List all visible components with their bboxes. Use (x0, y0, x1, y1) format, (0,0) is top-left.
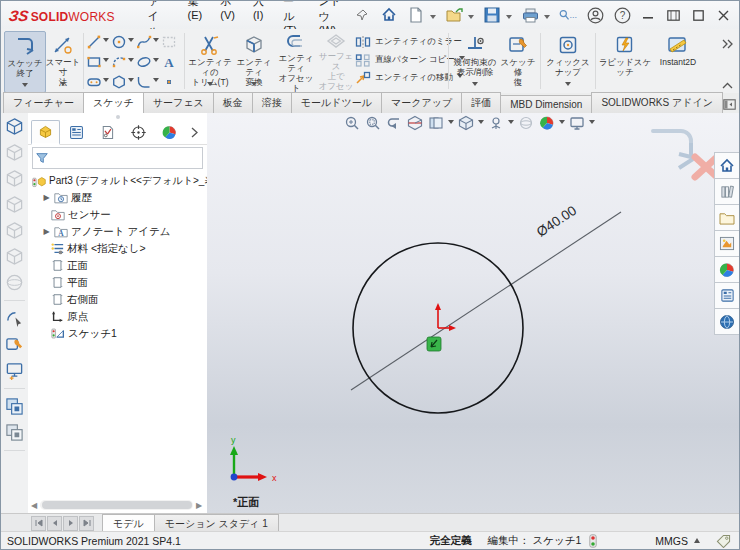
fillet-tool[interactable] (134, 72, 159, 91)
tree-item-history[interactable]: ▶ 履歴 (28, 189, 207, 206)
maximize-button[interactable] (690, 8, 706, 22)
sketch-text-tool[interactable]: A (159, 52, 184, 71)
file-explorer-tab[interactable] (714, 204, 739, 231)
sketch-scene[interactable]: Ø40.00 y x (207, 113, 739, 513)
solidworks-resources-tab[interactable] (714, 152, 739, 179)
view-cube-icon[interactable] (5, 221, 24, 240)
design-library-tab[interactable] (714, 178, 739, 205)
solidworks-forum-tab[interactable] (714, 308, 739, 335)
motion-study-tab[interactable]: モーション スタディ 1 (154, 514, 279, 533)
tab-evaluate[interactable]: 評価 (461, 92, 501, 113)
sketch-repair-tool-icon[interactable] (5, 335, 24, 354)
tree-horizontal-scrollbar[interactable]: ◀ ▶ (30, 499, 203, 511)
prev-tab-icon[interactable] (47, 516, 62, 531)
diameter-dimension-text[interactable]: Ø40.00 (534, 203, 579, 240)
tab-sheet-metal[interactable]: 板金 (213, 92, 253, 113)
sketch-settings-icon[interactable] (5, 309, 24, 328)
tab-solidworks-addins[interactable]: SOLIDWORKS アドイン (591, 92, 723, 113)
view-palette-tab[interactable] (714, 230, 739, 257)
exit-sketch-button[interactable]: スケッチ 終了 (4, 31, 46, 93)
trim-entities-button[interactable]: エンティティの トリム(T) (187, 31, 233, 91)
exit-sketch-caret[interactable] (22, 83, 28, 90)
layers-icon[interactable] (5, 397, 24, 416)
view-cube-active-icon[interactable] (5, 117, 24, 136)
custom-properties-tag-icon[interactable] (716, 534, 731, 548)
constraint-badge[interactable] (427, 337, 441, 351)
print-dropdown[interactable] (544, 15, 550, 22)
ribbon-overflow-chevron[interactable] (721, 39, 733, 49)
tab-features[interactable]: フィーチャー (3, 92, 84, 113)
monitor-settings-icon[interactable] (5, 361, 24, 380)
sketch-origin[interactable] (435, 303, 456, 331)
next-tab-icon[interactable] (63, 516, 78, 531)
first-tab-icon[interactable] (31, 516, 46, 531)
tab-mold-tools[interactable]: モールドツール (291, 92, 382, 113)
open-dropdown[interactable] (468, 15, 474, 22)
tree-root-part[interactable]: Part3 (デフォルト<<デフォルト>_表示状態 1> (28, 172, 207, 189)
view-cube-icon[interactable] (5, 195, 24, 214)
dock-pane-left-icon[interactable] (723, 99, 736, 110)
save-icon[interactable] (483, 6, 501, 24)
restore-window-button[interactable] (665, 8, 681, 22)
model-tab[interactable]: モデル (102, 514, 155, 533)
minimize-button[interactable] (640, 8, 656, 22)
scroll-right-icon[interactable]: ▶ (195, 501, 203, 510)
offset-entities-button[interactable]: エンティティ オフセット (275, 31, 317, 91)
convert-caret[interactable] (251, 82, 257, 89)
displaymanager-tab[interactable] (155, 120, 184, 144)
expander-icon[interactable]: ▶ (42, 193, 51, 202)
spline-tool[interactable] (134, 32, 159, 51)
close-button[interactable] (715, 8, 731, 22)
tree-item-material[interactable]: 材料 <指定なし> (28, 240, 207, 257)
tree-item-right-plane[interactable]: 右側面 (28, 291, 207, 308)
print-icon[interactable] (521, 6, 539, 24)
search-collapsed-icon[interactable]: ... (559, 6, 577, 24)
ribbon-collapse-chevron[interactable] (722, 82, 733, 89)
point-tool[interactable] (159, 72, 184, 91)
layers-alt-icon[interactable] (5, 423, 24, 442)
tab-surfaces[interactable]: サーフェス (143, 92, 214, 113)
circle-tool[interactable] (109, 32, 134, 51)
pin-menu-icon[interactable] (353, 6, 371, 24)
view-cube-icon[interactable] (5, 169, 24, 188)
view-sphere-icon[interactable] (5, 273, 24, 292)
tree-filter-input[interactable] (32, 147, 203, 169)
graphics-viewport[interactable]: Ø40.00 y x (207, 113, 739, 513)
trim-caret[interactable] (207, 82, 213, 89)
tab-sketch[interactable]: スケッチ (83, 92, 144, 114)
propertymanager-tab[interactable] (62, 120, 91, 144)
line-tool[interactable] (84, 32, 109, 51)
help-icon[interactable]: ? (613, 6, 631, 24)
last-tab-icon[interactable] (79, 516, 94, 531)
instant2d-button[interactable]: Instant2D (652, 31, 704, 91)
home-icon[interactable] (380, 6, 398, 24)
scroll-left-icon[interactable]: ◀ (30, 501, 38, 510)
appearances-scenes-tab[interactable] (714, 256, 739, 283)
tree-item-front-plane[interactable]: 正面 (28, 257, 207, 274)
display-delete-relations-button[interactable]: 幾何拘束の 表示/削除 (452, 31, 498, 91)
panel-grip[interactable] (28, 113, 207, 120)
units-text[interactable]: MMGS (655, 535, 688, 547)
convert-entities-button[interactable]: エンティティ 変換 (233, 31, 275, 91)
view-cube-icon[interactable] (5, 143, 24, 162)
arc-tool[interactable] (109, 52, 134, 71)
configurationmanager-tab[interactable] (93, 120, 122, 144)
user-account-icon[interactable] (586, 6, 604, 24)
quick-snaps-button[interactable]: クィックスナップ (543, 31, 593, 91)
new-document-dropdown[interactable] (430, 15, 436, 22)
tree-item-annotations[interactable]: ▶ A アノテート アイテム (28, 223, 207, 240)
units-caret-icon[interactable] (694, 535, 700, 543)
dimension-leader-line[interactable] (351, 212, 621, 390)
panel-tabs-overflow-chevron[interactable] (186, 120, 202, 144)
custom-properties-tab[interactable] (714, 282, 739, 309)
polygon-tool[interactable] (109, 72, 134, 91)
tab-weldments[interactable]: 溶接 (252, 92, 292, 113)
open-icon[interactable] (445, 6, 463, 24)
rapid-sketch-button[interactable]: ラピッドスケッチ (598, 31, 652, 91)
expander-icon[interactable]: ▶ (42, 227, 51, 236)
confirmation-corner[interactable] (653, 131, 693, 168)
tree-item-top-plane[interactable]: 平面 (28, 274, 207, 291)
tree-item-sensors[interactable]: センサー (28, 206, 207, 223)
tab-mbd-dimension[interactable]: MBD Dimension (500, 95, 592, 113)
new-document-icon[interactable] (407, 6, 425, 24)
